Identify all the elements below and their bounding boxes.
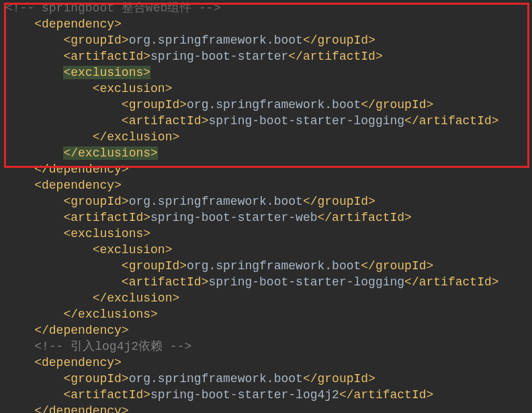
code-line[interactable]: <exclusions> bbox=[5, 226, 532, 242]
xml-close-tag: </dependency> bbox=[34, 324, 128, 337]
xml-open-tag: <exclusion> bbox=[93, 82, 173, 95]
xml-open-tag: <artifactId> bbox=[122, 275, 209, 289]
xml-open-tag: <exclusions> bbox=[63, 227, 150, 240]
code-line[interactable]: </dependency> bbox=[5, 403, 532, 413]
code-line[interactable]: </dependency> bbox=[5, 322, 532, 338]
xml-close-tag: </artifactId> bbox=[339, 388, 433, 402]
code-line[interactable]: <groupId>org.springframework.boot</group… bbox=[5, 258, 532, 274]
xml-open-tag: <dependency> bbox=[34, 356, 122, 369]
code-line[interactable]: <exclusion> bbox=[5, 242, 532, 258]
xml-close-tag: </artifactId> bbox=[288, 50, 382, 63]
xml-close-tag: </groupId> bbox=[303, 195, 375, 208]
code-line[interactable]: </exclusion> bbox=[5, 290, 532, 306]
xml-close-tag: </dependency> bbox=[34, 404, 128, 413]
xml-open-tag: <artifactId> bbox=[63, 388, 150, 402]
code-line[interactable]: </exclusions> bbox=[5, 145, 532, 161]
xml-comment: <!-- 引入log4j2依赖 --> bbox=[34, 340, 191, 353]
code-line[interactable]: <artifactId>spring-boot-starter</artifac… bbox=[5, 48, 532, 64]
xml-close-tag: </groupId> bbox=[361, 98, 433, 111]
xml-text: spring-boot-starter-logging bbox=[208, 114, 404, 128]
code-line[interactable]: <artifactId>spring-boot-starter-logging<… bbox=[5, 113, 532, 129]
xml-close-tag: </groupId> bbox=[361, 259, 433, 273]
xml-open-tag: <groupId> bbox=[122, 98, 187, 111]
code-line[interactable]: <!-- 引入log4j2依赖 --> bbox=[5, 338, 532, 355]
dim-comment: <!-- springboot 整合Web组件 --> bbox=[5, 1, 220, 15]
code-line[interactable]: <groupId>org.springframework.boot</group… bbox=[5, 97, 532, 113]
xml-close-tag: </exclusions> bbox=[63, 308, 157, 321]
code-line[interactable]: <artifactId>spring-boot-starter-logging<… bbox=[5, 274, 532, 290]
xml-open-tag: <exclusion> bbox=[93, 243, 173, 257]
code-line[interactable]: <dependency> bbox=[5, 16, 532, 32]
code-line[interactable]: <groupId>org.springframework.boot</group… bbox=[5, 32, 532, 48]
code-line[interactable]: </exclusion> bbox=[5, 129, 532, 145]
xml-text: org.springframework.boot bbox=[187, 98, 361, 111]
code-line[interactable]: <exclusion> bbox=[5, 81, 532, 97]
xml-close-tag: </exclusions> bbox=[63, 146, 157, 160]
xml-text: spring-boot-starter-web bbox=[150, 211, 317, 224]
xml-open-tag: <exclusions> bbox=[63, 66, 150, 79]
code-line[interactable]: <dependency> bbox=[5, 355, 532, 371]
xml-text: spring-boot-starter-logging bbox=[208, 275, 404, 289]
xml-text: spring-boot-starter-log4j2 bbox=[150, 388, 339, 402]
xml-text: org.springframework.boot bbox=[187, 259, 361, 273]
xml-text: org.springframework.boot bbox=[129, 372, 303, 385]
code-line[interactable]: <artifactId>spring-boot-starter-web</art… bbox=[5, 210, 532, 226]
xml-open-tag: <dependency> bbox=[34, 17, 122, 31]
xml-close-tag: </groupId> bbox=[303, 34, 375, 47]
xml-close-tag: </exclusion> bbox=[93, 130, 180, 144]
code-line[interactable]: <artifactId>spring-boot-starter-log4j2</… bbox=[5, 387, 532, 403]
xml-open-tag: <dependency> bbox=[34, 179, 122, 192]
xml-text: spring-boot-starter bbox=[150, 50, 288, 63]
code-line[interactable]: <groupId>org.springframework.boot</group… bbox=[5, 193, 532, 210]
xml-close-tag: </artifactId> bbox=[404, 275, 498, 289]
xml-open-tag: <groupId> bbox=[63, 372, 128, 385]
code-line[interactable]: <exclusions> bbox=[5, 64, 532, 81]
xml-close-tag: </dependency> bbox=[34, 163, 128, 176]
xml-open-tag: <groupId> bbox=[122, 259, 187, 273]
xml-close-tag: </artifactId> bbox=[318, 211, 412, 224]
xml-text: org.springframework.boot bbox=[129, 195, 303, 208]
xml-close-tag: </artifactId> bbox=[404, 114, 498, 128]
code-line[interactable]: </dependency> bbox=[5, 161, 532, 177]
xml-close-tag: </groupId> bbox=[303, 372, 375, 385]
xml-close-tag: </exclusion> bbox=[93, 291, 180, 305]
code-line[interactable]: </exclusions> bbox=[5, 306, 532, 322]
code-line[interactable]: <!-- springboot 整合Web组件 --> bbox=[5, 0, 532, 16]
xml-open-tag: <groupId> bbox=[63, 34, 128, 47]
xml-open-tag: <artifactId> bbox=[122, 114, 209, 128]
xml-open-tag: <artifactId> bbox=[63, 50, 150, 63]
code-editor[interactable]: <!-- springboot 整合Web组件 --> <dependency>… bbox=[0, 0, 532, 413]
xml-open-tag: <artifactId> bbox=[63, 211, 150, 224]
code-line[interactable]: <groupId>org.springframework.boot</group… bbox=[5, 371, 532, 387]
xml-text: org.springframework.boot bbox=[129, 34, 303, 47]
code-line[interactable]: <dependency> bbox=[5, 177, 532, 193]
xml-open-tag: <groupId> bbox=[63, 195, 128, 208]
